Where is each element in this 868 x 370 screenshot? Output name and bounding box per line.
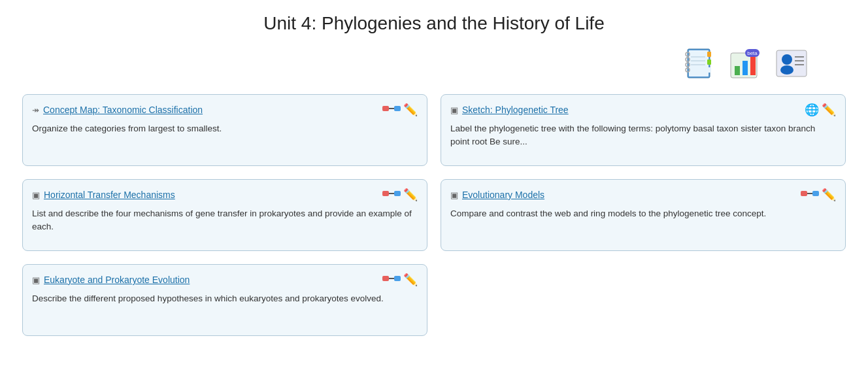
svg-rect-15: [750, 57, 756, 75]
card-header: ↠ Concept Map: Taxonomic Classification …: [32, 103, 418, 117]
card-horizontal-transfer: ▣ Horizontal Transfer Mechanisms ✏️ List…: [22, 179, 427, 251]
card-actions: 🌐✏️: [805, 103, 836, 117]
notebook-icon[interactable]: [681, 47, 715, 81]
svg-rect-3: [707, 59, 711, 65]
edit-pencil-icon[interactable]: ✏️: [403, 103, 418, 117]
card-title-row: ▣ Sketch: Phylogenetic Tree: [450, 105, 569, 115]
card-evolutionary-models: ▣ Evolutionary Models ✏️ Compare and con…: [441, 179, 846, 251]
svg-rect-24: [382, 106, 389, 111]
card-title-link[interactable]: Horizontal Transfer Mechanisms: [44, 190, 175, 200]
edit-pencil-icon[interactable]: ✏️: [403, 188, 418, 202]
svg-rect-34: [801, 191, 807, 196]
card-title-row: ▣ Eukaryote and Prokaryote Evolution: [32, 275, 190, 285]
edit-pencil-icon[interactable]: ✏️: [822, 103, 836, 117]
3d-glasses-icon[interactable]: [382, 188, 401, 202]
card-body: Describe the different proposed hypothes…: [32, 292, 418, 305]
svg-rect-14: [743, 61, 748, 75]
card-title-link[interactable]: Sketch: Phylogenetic Tree: [462, 105, 569, 115]
cards-grid: ↠ Concept Map: Taxonomic Classification …: [22, 94, 846, 336]
card-type-icon: ▣: [32, 190, 40, 200]
3d-glasses-icon[interactable]: [801, 188, 819, 202]
card-title-link[interactable]: Concept Map: Taxonomic Classification: [43, 105, 203, 115]
card-actions: ✏️: [382, 273, 418, 287]
svg-rect-41: [389, 278, 394, 279]
card-sketch-phylogenetic: ▣ Sketch: Phylogenetic Tree 🌐✏️ Label th…: [441, 94, 846, 166]
card-actions: ✏️: [382, 103, 418, 117]
svg-rect-36: [807, 193, 812, 194]
3d-glasses-icon[interactable]: [382, 273, 401, 287]
card-actions: ✏️: [382, 188, 418, 202]
svg-rect-39: [382, 276, 389, 281]
card-title-row: ▣ Horizontal Transfer Mechanisms: [32, 190, 175, 200]
card-eukaryote-prokaryote: ▣ Eukaryote and Prokaryote Evolution ✏️ …: [22, 264, 427, 336]
card-body: List and describe the four mechanisms of…: [32, 207, 418, 234]
card-title-row: ▣ Evolutionary Models: [450, 190, 544, 200]
card-concept-map: ↠ Concept Map: Taxonomic Classification …: [22, 94, 427, 166]
svg-rect-1: [689, 50, 709, 76]
card-title-link[interactable]: Eukaryote and Prokaryote Evolution: [44, 275, 190, 285]
svg-rect-40: [394, 276, 401, 281]
svg-rect-31: [389, 193, 394, 194]
card-body: Compare and contrast the web and ring mo…: [450, 207, 836, 220]
card-actions: ✏️: [801, 188, 836, 202]
card-title-row: ↠ Concept Map: Taxonomic Classification: [32, 105, 203, 115]
card-type-icon: ↠: [32, 105, 39, 115]
svg-point-19: [782, 54, 792, 65]
svg-point-20: [780, 65, 793, 75]
svg-rect-4: [707, 67, 711, 73]
chart-icon[interactable]: beta: [728, 47, 762, 81]
card-type-icon: ▣: [32, 275, 40, 285]
card-title-link[interactable]: Evolutionary Models: [462, 190, 544, 200]
svg-rect-13: [735, 66, 740, 75]
person-icon[interactable]: [775, 47, 809, 81]
svg-rect-25: [394, 106, 401, 111]
card-body: Organize the categories from largest to …: [32, 122, 418, 135]
svg-rect-35: [812, 191, 819, 196]
globe-icon[interactable]: 🌐: [805, 103, 819, 117]
card-header: ▣ Sketch: Phylogenetic Tree 🌐✏️: [450, 103, 836, 117]
edit-pencil-icon[interactable]: ✏️: [403, 273, 418, 287]
edit-pencil-icon[interactable]: ✏️: [822, 188, 836, 202]
card-header: ▣ Eukaryote and Prokaryote Evolution ✏️: [32, 273, 418, 287]
3d-glasses-icon[interactable]: [382, 103, 401, 117]
svg-rect-26: [389, 108, 394, 109]
toolbar: beta: [20, 47, 848, 81]
card-header: ▣ Horizontal Transfer Mechanisms ✏️: [32, 188, 418, 202]
card-type-icon: ▣: [450, 105, 458, 115]
svg-rect-29: [382, 191, 389, 196]
card-body: Label the phylogenetic tree with the fol…: [450, 122, 836, 149]
card-header: ▣ Evolutionary Models ✏️: [450, 188, 836, 202]
svg-rect-2: [707, 52, 711, 57]
svg-text:beta: beta: [747, 50, 758, 56]
svg-rect-30: [394, 191, 401, 196]
page-title: Unit 4: Phylogenies and the History of L…: [20, 13, 848, 34]
card-type-icon: ▣: [450, 190, 458, 200]
